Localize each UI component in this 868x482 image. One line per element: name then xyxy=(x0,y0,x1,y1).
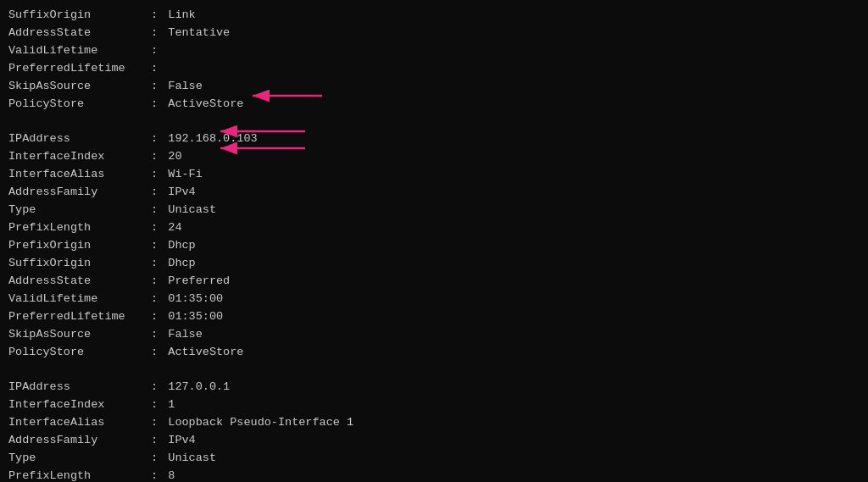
line-policystore-2: PolicyStore : ActiveStore xyxy=(8,344,860,362)
line-policystore-1: PolicyStore : ActiveStore xyxy=(8,96,860,114)
spacer-2 xyxy=(8,361,860,379)
line-skipassource-1: SkipAsSource : False xyxy=(8,78,860,96)
line-ipaddress-3: IPAddress : 127.0.0.1 xyxy=(8,379,860,396)
line-interfaceindex-3: InterfaceIndex : 1 xyxy=(8,396,860,414)
line-suffixorigin-2: SuffixOrigin : Dhcp xyxy=(8,255,860,273)
line-prefixlength-2: PrefixLength : 24 xyxy=(8,219,860,237)
line-type-3: Type : Unicast xyxy=(8,450,860,468)
line-validlifetime-1: ValidLifetime : xyxy=(8,42,860,60)
line-addressfamily-3: AddressFamily : IPv4 xyxy=(8,432,860,450)
line-type-2: Type : Unicast xyxy=(8,202,860,219)
terminal-output: SuffixOrigin : Link AddressState : Tenta… xyxy=(0,0,868,482)
line-interfaceindex-2: InterfaceIndex : 20 xyxy=(8,148,860,166)
line-validlifetime-2: ValidLifetime : 01:35:00 xyxy=(8,291,860,308)
line-prefixlength-3: PrefixLength : 8 xyxy=(8,468,860,482)
line-preferredlifetime-1: PreferredLifetime : xyxy=(8,60,860,78)
line-suffixorigin-1: SuffixOrigin : Link xyxy=(8,7,860,25)
line-addressfamily-2: AddressFamily : IPv4 xyxy=(8,184,860,202)
spacer-1 xyxy=(8,114,860,131)
line-ipaddress-2: IPAddress : 192.168.0.103 xyxy=(8,130,860,148)
line-addressstate-2: AddressState : Preferred xyxy=(8,273,860,291)
line-preferredlifetime-2: PreferredLifetime : 01:35:00 xyxy=(8,308,860,326)
line-skipassource-2: SkipAsSource : False xyxy=(8,326,860,344)
line-interfacealias-3: InterfaceAlias : Loopback Pseudo-Interfa… xyxy=(8,414,860,432)
line-addressstate-1: AddressState : Tentative xyxy=(8,25,860,42)
line-interfacealias-2: InterfaceAlias : Wi-Fi xyxy=(8,166,860,184)
line-prefixorigin-2: PrefixOrigin : Dhcp xyxy=(8,237,860,255)
